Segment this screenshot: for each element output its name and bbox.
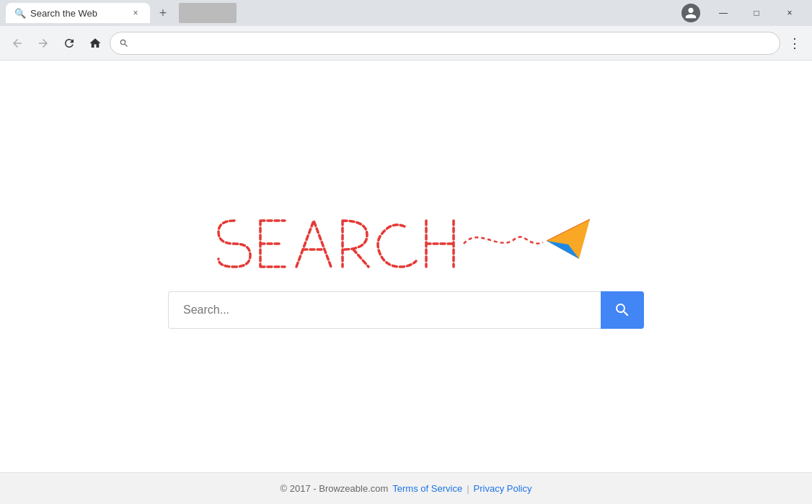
page-content: .dashed-letter { fill: none; stroke: #e5… xyxy=(0,61,812,472)
browser-menu-button[interactable]: ⋮ xyxy=(783,32,806,55)
address-bar[interactable] xyxy=(110,32,780,55)
maximize-button[interactable]: □ xyxy=(740,0,773,26)
address-search-icon xyxy=(119,38,129,48)
new-tab-button[interactable]: + xyxy=(153,3,173,23)
search-icon xyxy=(614,301,631,319)
search-input[interactable] xyxy=(168,291,601,329)
search-box-container xyxy=(168,291,644,329)
page-footer: © 2017 - Browzeable.com Terms of Service… xyxy=(0,472,812,504)
close-button[interactable]: × xyxy=(773,0,806,26)
tab-title: Search the Web xyxy=(30,8,97,19)
search-logo: .dashed-letter { fill: none; stroke: #e5… xyxy=(204,205,608,270)
tab-strip-extra xyxy=(179,3,237,23)
address-input[interactable] xyxy=(135,37,771,49)
refresh-button[interactable] xyxy=(58,32,81,55)
minimize-button[interactable]: — xyxy=(707,0,740,26)
privacy-policy-link[interactable]: Privacy Policy xyxy=(474,483,532,494)
forward-button[interactable] xyxy=(32,32,55,55)
footer-separator: | xyxy=(467,483,469,494)
svg-marker-0 xyxy=(547,219,590,259)
profile-button[interactable] xyxy=(678,0,704,26)
back-button[interactable] xyxy=(6,32,29,55)
home-button[interactable] xyxy=(84,32,107,55)
footer-copyright: © 2017 - Browzeable.com xyxy=(281,483,389,494)
search-button[interactable] xyxy=(601,291,644,329)
title-bar: 🔍 Search the Web × + — □ × xyxy=(0,0,812,26)
nav-bar: ⋮ xyxy=(0,26,812,61)
logo-area: .dashed-letter { fill: none; stroke: #e5… xyxy=(204,205,608,270)
window-controls: — □ × xyxy=(678,0,806,26)
browser-tab[interactable]: 🔍 Search the Web × xyxy=(6,3,150,23)
terms-of-service-link[interactable]: Terms of Service xyxy=(392,483,462,494)
profile-icon xyxy=(681,4,700,22)
tab-favicon: 🔍 xyxy=(14,8,25,18)
browser-frame: 🔍 Search the Web × + — □ × xyxy=(0,0,812,504)
tab-close-button[interactable]: × xyxy=(130,7,141,19)
